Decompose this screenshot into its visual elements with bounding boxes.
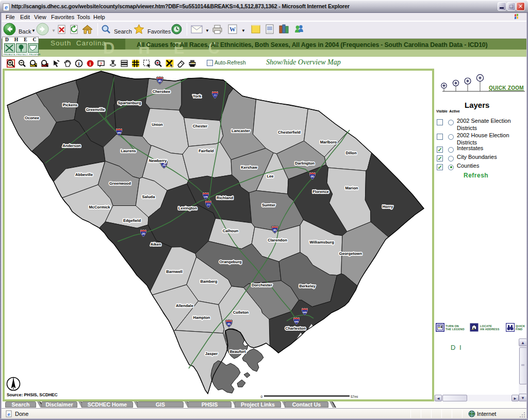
- svg-text:e: e: [7, 412, 10, 417]
- svg-text:0: 0: [260, 395, 262, 399]
- svg-text:Florence: Florence: [312, 189, 329, 194]
- svg-text:Lancaster: Lancaster: [232, 128, 250, 133]
- svg-text:Marion: Marion: [345, 186, 358, 190]
- svg-text:Dorchester: Dorchester: [252, 283, 272, 287]
- svg-text:95: 95: [311, 175, 314, 179]
- svg-text:Richland: Richland: [217, 196, 233, 200]
- svg-text:Orangeburg: Orangeburg: [219, 260, 242, 264]
- svg-text:Kershaw: Kershaw: [241, 165, 257, 170]
- svg-text:Barnwell: Barnwell: [166, 269, 183, 274]
- svg-text:Jasper: Jasper: [205, 351, 218, 356]
- svg-text:77: 77: [213, 94, 217, 98]
- svg-text:20: 20: [142, 233, 145, 236]
- svg-text:Lee: Lee: [267, 174, 273, 179]
- svg-text:Greenwood: Greenwood: [109, 181, 131, 186]
- svg-text:Chester: Chester: [193, 124, 207, 128]
- svg-text:Williamsburg: Williamsburg: [309, 240, 334, 245]
- svg-text:Chesterfield: Chesterfield: [278, 130, 301, 135]
- svg-text:Hampton: Hampton: [193, 315, 210, 320]
- svg-text:Anderson: Anderson: [62, 143, 81, 148]
- svg-text:York: York: [193, 94, 202, 99]
- svg-text:Pickens: Pickens: [63, 103, 78, 107]
- svg-text:i: i: [78, 61, 80, 67]
- svg-text:525: 525: [303, 311, 307, 314]
- svg-text:95: 95: [227, 323, 230, 326]
- svg-text:Lexington: Lexington: [178, 206, 197, 211]
- svg-text:Calhoun: Calhoun: [223, 229, 239, 233]
- svg-text:Colleton: Colleton: [233, 310, 249, 315]
- svg-text:77: 77: [207, 204, 210, 207]
- svg-text:Fairfield: Fairfield: [199, 149, 214, 153]
- svg-text:i: i: [90, 61, 91, 67]
- svg-text:W: W: [229, 26, 236, 33]
- svg-text:Darlington: Darlington: [295, 161, 315, 166]
- svg-text:?: ?: [100, 61, 103, 66]
- svg-text:Saluda: Saluda: [142, 195, 156, 199]
- svg-text:Newberry: Newberry: [149, 158, 167, 163]
- svg-text:385: 385: [117, 132, 121, 134]
- svg-text:Horry: Horry: [383, 204, 393, 209]
- svg-text:126: 126: [204, 196, 208, 198]
- svg-text:Marlboro: Marlboro: [320, 140, 337, 144]
- svg-text:Greenville: Greenville: [86, 107, 105, 112]
- svg-text:Berkeley: Berkeley: [299, 284, 316, 288]
- svg-text:Cherokee: Cherokee: [153, 89, 171, 94]
- svg-text:26: 26: [162, 164, 166, 167]
- svg-text:Oconee: Oconee: [25, 116, 39, 120]
- svg-text:Sumter: Sumter: [262, 203, 275, 207]
- svg-text:Beaufort: Beaufort: [229, 349, 246, 354]
- svg-text:Georgetown: Georgetown: [339, 251, 362, 256]
- svg-text:Source: PHSIS, SCDHEC: Source: PHSIS, SCDHEC: [7, 392, 58, 397]
- svg-text:Aiken: Aiken: [151, 242, 161, 247]
- svg-text:Clarendon: Clarendon: [268, 238, 287, 243]
- svg-text:Abbeville: Abbeville: [75, 172, 93, 177]
- svg-text:Allendale: Allendale: [176, 303, 193, 308]
- svg-text:e: e: [5, 4, 8, 10]
- svg-text:Dillon: Dillon: [345, 151, 356, 155]
- svg-text:Laurens: Laurens: [121, 149, 136, 153]
- svg-text:57mi: 57mi: [351, 395, 358, 399]
- svg-text:Bamberg: Bamberg: [201, 279, 218, 284]
- svg-text:McCormick: McCormick: [89, 205, 111, 209]
- svg-text:95: 95: [273, 229, 276, 232]
- svg-text:Edgefield: Edgefield: [123, 218, 141, 223]
- svg-text:Union: Union: [152, 122, 163, 127]
- svg-text:Spartanburg: Spartanburg: [118, 101, 141, 105]
- svg-text:525: 525: [294, 320, 299, 323]
- svg-text:Charleston: Charleston: [285, 326, 306, 331]
- svg-text:85: 85: [158, 80, 161, 83]
